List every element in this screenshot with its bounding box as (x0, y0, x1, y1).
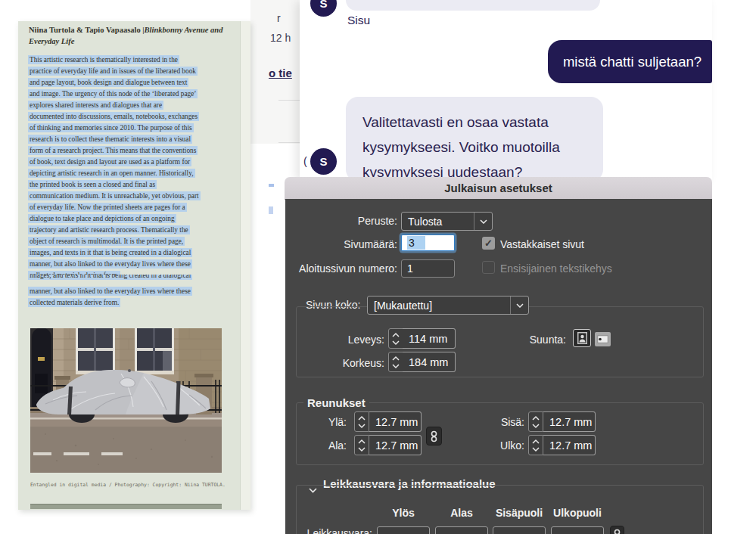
page-count-value: 3 (407, 236, 425, 250)
orientation-portrait-button[interactable] (573, 329, 591, 347)
covered-car-photo (30, 328, 222, 473)
page-size-dropdown[interactable]: [Mukautettu] (367, 296, 529, 315)
preset-value: Tulosta (402, 216, 474, 228)
overlapping-text-frame[interactable]: images, and texts in it that is being cr… (28, 275, 241, 309)
primary-text-frame-label: Ensisijainen tekstikehys (500, 262, 612, 275)
article-header: Niina Turtola & Tapio Vapaasalo |Blinkbo… (29, 24, 235, 47)
margins-title: Reunukset (303, 396, 369, 409)
text-line: depicting artistic research in an open m… (28, 168, 241, 179)
article-authors: Niina Turtola & Tapio Vapaasalo (29, 26, 141, 34)
facing-pages-label: Vastakkaiset sivut (500, 238, 584, 250)
margin-outside-stepper[interactable] (528, 435, 543, 455)
text-line: of thinking and memories since 2010. The… (28, 123, 241, 134)
selected-paragraph[interactable]: This artistic research is thematically i… (28, 54, 241, 281)
text-line: images, and texts in it that is being cr… (28, 247, 241, 259)
text-line: object of research is multimodal. It is … (28, 236, 241, 247)
margin-outside-label: Ulko: (437, 439, 524, 452)
bot-avatar: S (310, 0, 337, 17)
previous-bot-bubble (346, 0, 600, 11)
background-webpage: r 12 h o tie (250, 0, 301, 144)
margin-bottom-input[interactable]: 12.7 mm (369, 435, 422, 455)
avatar-letter: S (319, 0, 327, 10)
preset-label: Peruste: (285, 215, 397, 227)
width-label: Leveys: (285, 334, 384, 346)
text-line: trajectory and artistic research process… (28, 225, 241, 236)
width-value: 114 mm (409, 333, 447, 345)
margin-top-value: 12.7 mm (375, 416, 418, 428)
bleed-bottom-input[interactable] (435, 526, 488, 534)
width-input[interactable]: 114 mm (403, 328, 456, 349)
avatar-letter: S (319, 155, 327, 168)
dialog-body: Peruste: Tulosta Sivumäärä: 3 ✓ Vastakka… (285, 199, 712, 534)
text-line: manner, but also linked to the everyday … (28, 286, 241, 297)
link-margins-icon[interactable] (426, 427, 442, 446)
bot-avatar: S (310, 148, 337, 175)
margin-bottom-label: Ala: (285, 439, 347, 452)
margin-inside-stepper[interactable] (528, 411, 543, 432)
height-stepper[interactable] (388, 352, 403, 372)
start-page-input[interactable]: 1 (401, 259, 455, 278)
margin-outside-input[interactable]: 12.7 mm (543, 435, 596, 455)
chat-text-fragment: ( (303, 155, 307, 167)
document-page: Niina Turtola & Tapio Vapaasalo |Blinkbo… (18, 21, 250, 510)
primary-text-frame-checkbox[interactable] (482, 261, 495, 274)
column-header-inside: Sisäpuoli (493, 507, 546, 519)
clipped-text-line: images, and texts in it that is being cr… (28, 275, 241, 286)
facing-pages-checkbox[interactable]: ✓ (482, 237, 495, 250)
bleed-inside-input[interactable] (493, 526, 546, 534)
margin-inside-label: Sisä: (437, 416, 524, 428)
text-line: of everyday life. Now the printed sheets… (28, 202, 241, 213)
margin-inside-value: 12.7 mm (549, 416, 592, 428)
user-message-bubble: mistä chatti suljetaan? (548, 40, 712, 83)
start-page-value: 1 (407, 262, 413, 275)
text-line: and page layout, book design and dialogu… (28, 77, 241, 88)
width-stepper[interactable] (388, 328, 403, 349)
page-size-value: [Mukautettu] (368, 300, 510, 312)
webpage-link-fragment[interactable]: o tie (269, 67, 292, 79)
orientation-landscape-button[interactable] (595, 332, 611, 346)
margin-top-stepper[interactable] (354, 411, 369, 432)
webpage-text-fragment: r (277, 12, 281, 24)
text-line: dialogue to take place and depictions of… (28, 213, 241, 225)
height-value: 184 mm (409, 356, 448, 368)
margin-bottom-value: 12.7 mm (375, 439, 418, 452)
link-remnant (269, 206, 273, 214)
margin-top-input[interactable]: 12.7 mm (369, 411, 422, 432)
page-count-input[interactable]: 3 (401, 234, 455, 251)
margin-outside-value: 12.7 mm (549, 439, 592, 452)
preset-dropdown[interactable]: Tulosta (401, 212, 493, 231)
margin-bottom-stepper[interactable] (354, 435, 369, 455)
height-label: Korkeus: (285, 357, 384, 369)
margin-inside-input[interactable]: 12.7 mm (543, 411, 596, 432)
webpage-text-fragment: 12 h (270, 32, 291, 44)
divider (278, 100, 301, 101)
link-bleed-icon[interactable] (610, 526, 624, 534)
column-header-bottom: Alas (435, 507, 488, 519)
document-setup-dialog: Julkaisun asetukset Peruste: Tulosta Siv… (285, 177, 712, 534)
article-title-part1: Blinkbonny Avenue and (145, 26, 223, 34)
next-image-edge (30, 504, 222, 509)
bleed-top-input[interactable] (377, 526, 430, 534)
text-line: communication medium. It is unreachable,… (28, 191, 241, 202)
bot-name: Sisu (347, 14, 370, 27)
text-line: form of a research project. This means t… (28, 145, 241, 157)
height-input[interactable]: 184 mm (403, 352, 456, 372)
divider (278, 142, 301, 143)
photo-caption: Entangled in digital media / Photography… (30, 482, 242, 488)
text-line: research is to collect these thematic in… (28, 134, 241, 145)
user-message-text: mistä chatti suljetaan? (563, 54, 702, 70)
text-line: collected materials derive from. (28, 297, 241, 309)
chat-panel: S Sisu mistä chatti suljetaan? S Valitet… (300, 0, 712, 180)
bot-message-bubble: Valitettavasti en osaa vastata kysymykse… (346, 97, 603, 182)
dialog-title[interactable]: Julkaisun asetukset (285, 177, 712, 200)
orientation-label: Suunta: (490, 334, 566, 346)
text-line: practice of everyday life and in issues … (28, 66, 241, 77)
screen: r 12 h o tie Niina Turtola & Tapio Vapaa… (0, 0, 756, 534)
text-line: of book, text design and layout are used… (28, 157, 241, 168)
text-line: manner, but also linked to the everyday … (28, 259, 241, 270)
bleed-outside-input[interactable] (551, 526, 604, 534)
text-line: the printed book is seen a closed and fi… (28, 179, 241, 191)
page-count-label: Sivumäärä: (285, 238, 397, 250)
link-remnant (269, 184, 274, 187)
text-line: explores shared interests and dialogues … (28, 100, 241, 111)
